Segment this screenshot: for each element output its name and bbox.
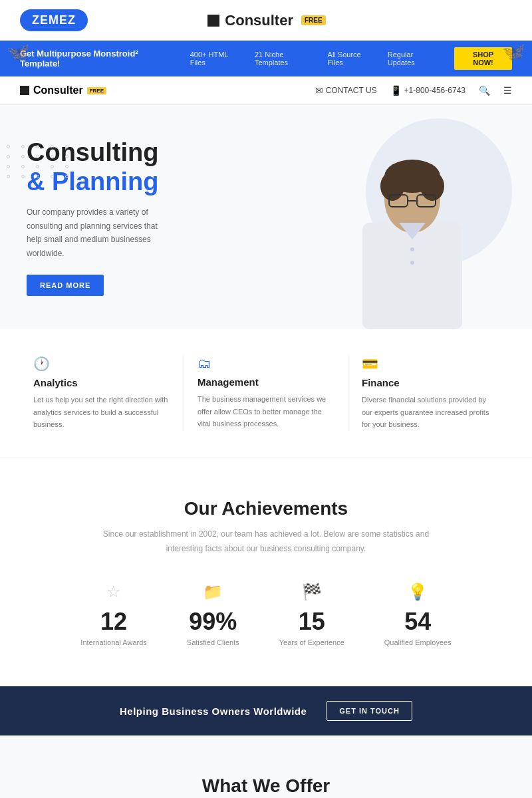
svg-point-4: [420, 172, 444, 201]
cta-text: Helping Business Owners Worldwide: [120, 706, 307, 717]
clients-label: Satisfied Clients: [187, 638, 239, 646]
stat-employees: 💡 54 Qualified Employees: [384, 583, 452, 646]
promo-stat2: 21 Niche Templates: [255, 51, 317, 66]
stat-clients: 📁 99% Satisfied Clients: [187, 583, 239, 646]
services-strip: 🕐 Analytics Let us help you set the righ…: [0, 329, 532, 458]
hero-section: Consulting & Planning Our company provid…: [0, 105, 532, 329]
clients-icon: 📁: [187, 583, 239, 601]
phone-icon: 📱: [390, 85, 402, 96]
offers-section: What We Offer ⚡ Market Analysis This ser…: [0, 735, 532, 798]
stat-awards: ☆ 12 International Awards: [80, 583, 146, 646]
brand-bar: ZEMEZ Consulter FREE: [0, 0, 532, 41]
employees-label: Qualified Employees: [384, 638, 452, 646]
phone-link[interactable]: 📱 +1-800-456-6743: [390, 85, 466, 96]
svg-point-3: [380, 172, 404, 201]
phone-number: +1-800-456-6743: [404, 86, 466, 95]
management-title: Management: [198, 376, 334, 388]
person-svg: [339, 136, 485, 329]
awards-icon: ☆: [80, 583, 146, 601]
promo-stat1: 400+ HTML Files: [190, 51, 244, 66]
service-finance: 💳 Finance Diverse financial solutions pr…: [348, 356, 512, 431]
finance-icon: 💳: [362, 356, 499, 372]
employees-number: 54: [384, 608, 452, 636]
achievements-subtitle: Since our establishment in 2002, our tea…: [100, 527, 432, 556]
hero-person-image: [319, 136, 505, 329]
svg-point-10: [410, 261, 414, 265]
cta-banner: Helping Business Owners Worldwide GET IN…: [0, 686, 532, 735]
navbar-logo: Consulter FREE: [20, 84, 106, 96]
free-badge: FREE: [301, 15, 326, 25]
consulter-brand: Consulter FREE: [207, 12, 325, 29]
analytics-title: Analytics: [33, 377, 170, 388]
consulter-name: Consulter: [225, 12, 293, 29]
svg-point-9: [410, 247, 414, 251]
navbar-square-icon: [20, 86, 29, 95]
offers-title: What We Offer: [20, 775, 512, 797]
zemez-logo[interactable]: ZEMEZ: [20, 9, 88, 31]
management-icon: 🗂: [198, 356, 334, 371]
achievements-title: Our Achievements: [20, 498, 512, 519]
contact-icon: ✉: [315, 85, 323, 96]
read-more-button[interactable]: READ MORE: [27, 275, 104, 296]
consulter-square-icon: [207, 15, 219, 27]
achievements-section: Our Achievements Since our establishment…: [0, 458, 532, 686]
hero-right: [293, 105, 532, 329]
promo-stat4: Regular Updates: [388, 51, 441, 66]
hero-subtitle: Our company provides a variety of consul…: [27, 205, 173, 260]
navbar-free-badge: FREE: [87, 87, 106, 94]
service-management: 🗂 Management The business management ser…: [184, 356, 348, 431]
finance-desc: Diverse financial solutions provided by …: [362, 394, 499, 431]
finance-title: Finance: [362, 377, 499, 388]
contact-label: CONTACT US: [326, 86, 377, 95]
awards-label: International Awards: [80, 638, 146, 646]
experience-label: Years of Experience: [279, 638, 344, 646]
get-in-touch-button[interactable]: GET IN TOUCH: [327, 701, 412, 721]
hero-left: Consulting & Planning Our company provid…: [0, 105, 293, 329]
clients-number: 99%: [187, 608, 239, 636]
navbar-right: ✉ CONTACT US 📱 +1-800-456-6743 🔍 ☰: [315, 85, 512, 96]
promo-stats: 400+ HTML Files 21 Niche Templates All S…: [190, 51, 441, 66]
management-desc: The business management services we offe…: [198, 393, 334, 430]
awards-number: 12: [80, 608, 146, 636]
promo-main-text: Get Multipurpose Monstroid² Template!: [20, 49, 177, 68]
stats-grid: ☆ 12 International Awards 📁 99% Satisfie…: [20, 583, 512, 646]
service-analytics: 🕐 Analytics Let us help you set the righ…: [20, 356, 184, 431]
promo-stat3: All Source Files: [328, 51, 377, 66]
hero-dots-decoration: [7, 145, 73, 178]
decor-left-icon: 🦋: [7, 41, 30, 63]
decor-right-icon: 🦋: [502, 41, 525, 63]
analytics-icon: 🕐: [33, 356, 170, 372]
employees-icon: 💡: [384, 583, 452, 601]
navbar: Consulter FREE ✉ CONTACT US 📱 +1-800-456…: [0, 76, 532, 105]
menu-icon[interactable]: ☰: [503, 85, 512, 96]
promo-banner: 🦋 Get Multipurpose Monstroid² Template! …: [0, 41, 532, 76]
navbar-logo-text: Consulter: [33, 84, 83, 96]
experience-number: 15: [279, 608, 344, 636]
contact-link[interactable]: ✉ CONTACT US: [315, 85, 377, 96]
experience-icon: 🏁: [279, 583, 344, 601]
stat-experience: 🏁 15 Years of Experience: [279, 583, 344, 646]
analytics-desc: Let us help you set the right direction …: [33, 394, 170, 431]
search-icon[interactable]: 🔍: [479, 85, 490, 96]
